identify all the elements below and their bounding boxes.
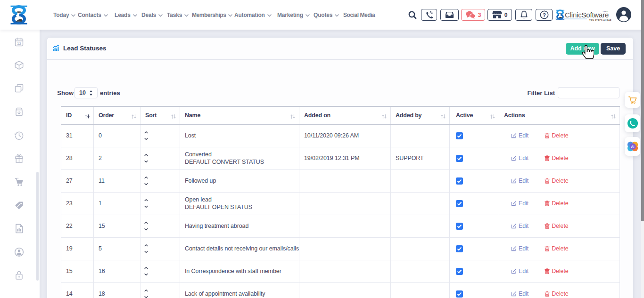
svg-text:12: 12 bbox=[17, 41, 21, 46]
svg-text:.com: .com bbox=[602, 10, 608, 13]
svg-text:?: ? bbox=[543, 12, 546, 18]
svg-text:AI: AI bbox=[631, 145, 634, 148]
svg-text:TEN STEPS AHEAD: TEN STEPS AHEAD bbox=[589, 19, 611, 21]
